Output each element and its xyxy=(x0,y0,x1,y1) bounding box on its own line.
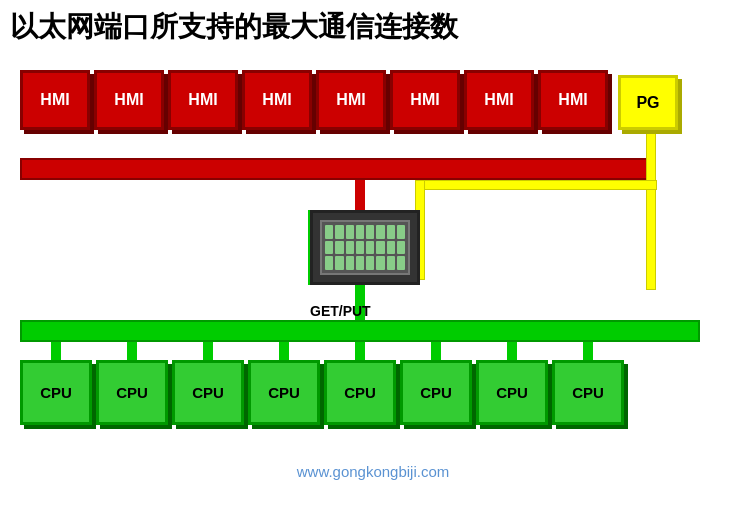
cpu-connector-8 xyxy=(583,342,593,362)
cpu-connector-2 xyxy=(127,342,137,362)
hmi-box-8: HMI xyxy=(538,70,608,130)
cpu-row: CPU CPU CPU CPU CPU CPU CPU CPU xyxy=(20,360,624,425)
watermark: www.gongkongbiji.com xyxy=(297,463,450,480)
hmi-box-4: HMI xyxy=(242,70,312,130)
red-bus xyxy=(20,158,650,180)
hmi-box-1: HMI xyxy=(20,70,90,130)
cpu-box-3: CPU xyxy=(172,360,244,425)
cpu-box-8: CPU xyxy=(552,360,624,425)
cpu-box-1: CPU xyxy=(20,360,92,425)
plc-cpu-module xyxy=(310,210,420,285)
hmi-row: HMI HMI HMI HMI HMI HMI HMI HMI PG xyxy=(20,70,678,130)
hmi-box-6: HMI xyxy=(390,70,460,130)
page-title: 以太网端口所支持的最大通信连接数 xyxy=(0,0,746,50)
cpu-box-5: CPU xyxy=(324,360,396,425)
cpu-connector-3 xyxy=(203,342,213,362)
cpu-box-2: CPU xyxy=(96,360,168,425)
hmi-box-2: HMI xyxy=(94,70,164,130)
cpu-connector-5 xyxy=(355,342,365,362)
yellow-wire-horizontal xyxy=(415,180,657,190)
getput-label: GET/PUT xyxy=(310,303,371,319)
cpu-connector-4 xyxy=(279,342,289,362)
pg-box: PG xyxy=(618,75,678,130)
cpu-connector-1 xyxy=(51,342,61,362)
green-bus xyxy=(20,320,700,342)
diagram-area: HMI HMI HMI HMI HMI HMI HMI HMI PG GET/P… xyxy=(0,50,746,490)
hmi-box-3: HMI xyxy=(168,70,238,130)
hmi-box-7: HMI xyxy=(464,70,534,130)
cpu-box-4: CPU xyxy=(248,360,320,425)
cpu-box-7: CPU xyxy=(476,360,548,425)
plc-cpu-module-inner xyxy=(320,220,410,275)
cpu-connector-7 xyxy=(507,342,517,362)
hmi-box-5: HMI xyxy=(316,70,386,130)
cpu-connector-6 xyxy=(431,342,441,362)
cpu-box-6: CPU xyxy=(400,360,472,425)
yellow-wire-vertical xyxy=(646,125,656,290)
